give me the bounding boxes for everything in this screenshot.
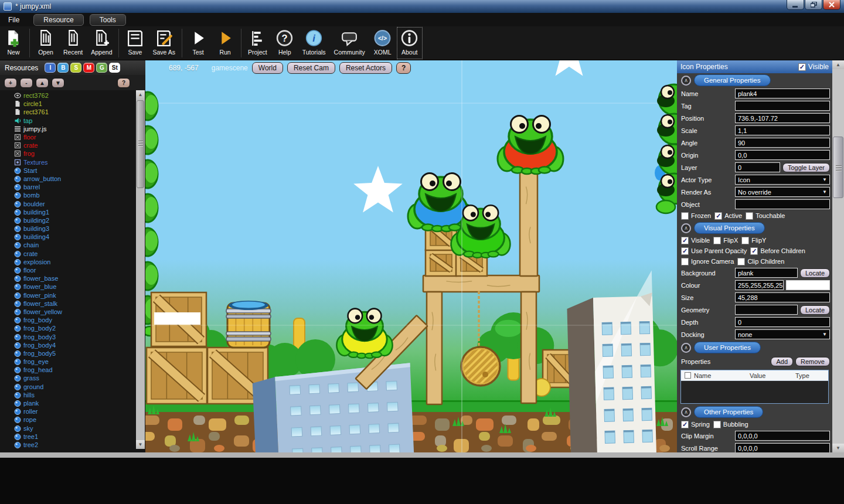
- before-children-checkbox[interactable]: ✓: [750, 247, 758, 255]
- resource-item-explosion[interactable]: explosion: [14, 258, 136, 266]
- resource-item-ground[interactable]: ground: [14, 383, 136, 391]
- scroll-down-icon[interactable]: ▼: [136, 440, 145, 449]
- reset-cam-button[interactable]: Reset Cam: [287, 62, 335, 74]
- scroll-up-icon[interactable]: ▲: [136, 90, 145, 99]
- actor-type-dropdown[interactable]: Icon▼: [735, 175, 830, 185]
- locate-button[interactable]: Locate: [800, 268, 830, 278]
- resource-item-flower-yellow[interactable]: flower_yellow: [14, 308, 136, 316]
- scroll-down-icon[interactable]: ▼: [832, 444, 844, 452]
- section-header-button[interactable]: Other Properties: [694, 406, 763, 418]
- frozen-checkbox[interactable]: [681, 212, 689, 220]
- resource-item-flower-pink[interactable]: flower_pink: [14, 291, 136, 299]
- recent-button[interactable]: Recent: [59, 26, 87, 60]
- test-button[interactable]: Test: [185, 26, 212, 60]
- resource-item-building2[interactable]: building2: [14, 216, 136, 224]
- resource-item-arrow-button[interactable]: arrow_button: [14, 175, 136, 183]
- visible-checkbox[interactable]: ✓: [798, 63, 806, 71]
- tutorials-button[interactable]: iTutorials: [298, 26, 330, 60]
- resource-item-jumpy-js[interactable]: jumpy.js: [14, 125, 136, 133]
- ignore-camera-checkbox[interactable]: [681, 258, 689, 265]
- xoml-button[interactable]: </>XOML: [369, 26, 396, 60]
- visible-checkbox[interactable]: ✓: [681, 237, 689, 244]
- background-input[interactable]: plank: [735, 268, 798, 278]
- remove-property-button[interactable]: Remove: [795, 357, 830, 366]
- new-button[interactable]: New: [0, 26, 27, 60]
- active-checkbox[interactable]: ✓: [714, 212, 722, 220]
- add-resource-button[interactable]: +: [4, 78, 17, 88]
- resource-item-frog-body5[interactable]: frog_body5: [14, 349, 136, 357]
- append-button[interactable]: Append: [87, 26, 116, 60]
- tree-scrollbar[interactable]: ▲ ▼: [136, 90, 145, 449]
- resource-item-sky[interactable]: sky: [14, 424, 136, 433]
- menu-resource[interactable]: Resource: [33, 14, 83, 26]
- game-scene[interactable]: [145, 60, 677, 452]
- docking-dropdown[interactable]: none▼: [735, 329, 830, 339]
- layer-input[interactable]: 0: [735, 162, 780, 172]
- resource-item-tree2[interactable]: tree2: [14, 441, 136, 449]
- move-up-button[interactable]: ▲: [36, 78, 49, 88]
- resource-item-frog-body[interactable]: frog_body: [14, 316, 136, 324]
- filter-b-button[interactable]: B: [57, 63, 69, 73]
- section-header-button[interactable]: General Properties: [694, 74, 771, 86]
- user-properties-table-body[interactable]: [681, 381, 828, 403]
- colour-swatch[interactable]: [786, 280, 830, 290]
- resource-item-frog-eye[interactable]: frog_eye: [14, 357, 136, 366]
- reset-actors-button[interactable]: Reset Actors: [339, 62, 392, 74]
- filter-g-button[interactable]: G: [96, 63, 107, 73]
- locate-button[interactable]: Locate: [800, 305, 830, 315]
- column-header-value[interactable]: Value: [750, 372, 795, 379]
- colour-input[interactable]: 255,255,255,255: [735, 280, 784, 290]
- flipx-checkbox[interactable]: [713, 237, 721, 244]
- resource-item-boulder[interactable]: boulder: [14, 199, 136, 207]
- column-header-name[interactable]: Name: [694, 372, 750, 379]
- menu-file[interactable]: File: [0, 15, 28, 25]
- filter-i-button[interactable]: I: [45, 63, 56, 73]
- section-header-button[interactable]: User Properties: [694, 342, 761, 353]
- toggle-layer-button[interactable]: Toggle Layer: [782, 163, 830, 172]
- scroll-range-input[interactable]: 0,0,0,0: [735, 443, 830, 452]
- close-button[interactable]: [823, 0, 840, 10]
- panel-scrollbar-thumb[interactable]: [833, 137, 843, 198]
- resource-item-frog-body3[interactable]: frog_body3: [14, 332, 136, 340]
- tag-input[interactable]: [735, 101, 830, 111]
- about-button[interactable]: About: [396, 26, 423, 60]
- render-as-dropdown[interactable]: No override▼: [735, 187, 830, 197]
- bubbling-checkbox[interactable]: [713, 421, 721, 428]
- flipy-checkbox[interactable]: [741, 237, 749, 244]
- collapse-icon[interactable]: ∧: [681, 223, 691, 233]
- spring-checkbox[interactable]: ✓: [681, 421, 689, 428]
- project-button[interactable]: Project: [244, 26, 271, 60]
- clip-children-checkbox[interactable]: [737, 258, 745, 265]
- resource-item-tree1[interactable]: tree1: [14, 433, 136, 441]
- resource-item-chain[interactable]: chain: [14, 241, 136, 249]
- column-header-type[interactable]: Type: [795, 372, 828, 379]
- collapse-icon[interactable]: ∧: [681, 76, 691, 86]
- resource-item-roller[interactable]: roller: [14, 407, 136, 416]
- geometry-input[interactable]: [735, 305, 798, 315]
- select-all-checkbox[interactable]: [685, 372, 691, 379]
- resource-item-rect3761[interactable]: rect3761: [14, 108, 136, 116]
- restore-button[interactable]: [805, 0, 822, 10]
- depth-input[interactable]: 0: [735, 317, 830, 327]
- resource-item-building3[interactable]: building3: [14, 224, 136, 233]
- resource-item-crate[interactable]: crate: [14, 250, 136, 258]
- resource-item-rope[interactable]: rope: [14, 416, 136, 424]
- resource-item-frog-body4[interactable]: frog_body4: [14, 341, 136, 349]
- position-input[interactable]: 736.9,-107.72: [735, 113, 830, 123]
- minimize-button[interactable]: [787, 0, 804, 10]
- move-down-button[interactable]: ▼: [52, 78, 64, 88]
- resource-item-floor[interactable]: floor: [14, 266, 136, 274]
- resource-item-rect3762[interactable]: rect3762: [14, 91, 136, 100]
- add-property-button[interactable]: Add: [771, 357, 793, 366]
- angle-input[interactable]: 90: [735, 138, 830, 148]
- resource-item-grass[interactable]: grass: [14, 374, 136, 382]
- collapse-icon[interactable]: ∧: [681, 343, 691, 353]
- scale-input[interactable]: 1,1: [735, 125, 830, 135]
- resource-item-flower-stalk[interactable]: flower_stalk: [14, 299, 136, 308]
- object-input[interactable]: [735, 199, 830, 209]
- origin-input[interactable]: 0,0: [735, 150, 830, 160]
- resource-item-flower-blue[interactable]: flower_blue: [14, 282, 136, 291]
- open-button[interactable]: Open: [32, 26, 59, 60]
- resource-item-frog-body2[interactable]: frog_body2: [14, 324, 136, 332]
- resource-item-barrel[interactable]: barrel: [14, 183, 136, 191]
